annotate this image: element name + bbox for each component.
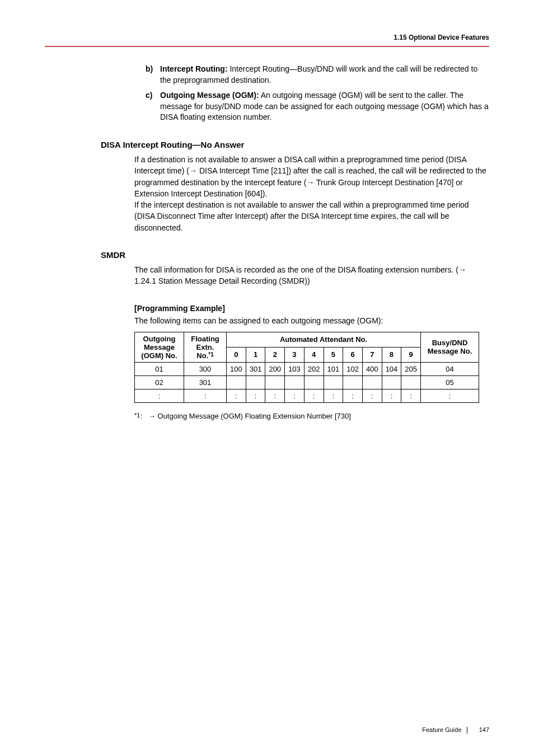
- td-aa: [324, 375, 343, 389]
- td-aa: [362, 375, 382, 389]
- td-aa: 103: [285, 362, 305, 375]
- list-marker-b: b): [146, 64, 160, 86]
- ogm-table: Outgoing Message (OGM) No. Floating Extn…: [134, 332, 479, 403]
- body-smdr: The call information for DISA is recorde…: [134, 264, 489, 287]
- td-aa: 202: [304, 362, 324, 375]
- prog-title: [Programming Example]: [134, 304, 489, 313]
- td-aa: :: [362, 389, 382, 402]
- list-text-c: Outgoing Message (OGM): An outgoing mess…: [160, 90, 489, 123]
- list-item-c: c) Outgoing Message (OGM): An outgoing m…: [146, 90, 489, 123]
- td-aa: [304, 375, 324, 389]
- list-label-b: Intercept Routing:: [160, 64, 228, 73]
- footnote-colon: :: [140, 412, 142, 420]
- td-aa: :: [227, 389, 246, 402]
- td-ext: 300: [184, 362, 227, 375]
- td-aa: 301: [246, 362, 265, 375]
- page-footer: Feature Guide 147: [422, 726, 489, 734]
- heading-intercept: DISA Intercept Routing—No Answer: [101, 140, 489, 149]
- td-aa: 104: [382, 362, 401, 375]
- td-bd: :: [421, 389, 479, 402]
- th-ext-no: Floating Extn. No.*1: [184, 332, 227, 362]
- td-aa: 200: [265, 362, 285, 375]
- arrow-icon: →: [306, 177, 314, 188]
- footnote-star: *1: [134, 412, 140, 419]
- th-aa: Automated Attendant No.: [227, 332, 421, 347]
- td-aa: :: [324, 389, 343, 402]
- td-aa: :: [246, 389, 265, 402]
- td-aa: [265, 375, 285, 389]
- td-aa: [343, 375, 363, 389]
- list-label-c: Outgoing Message (OGM):: [160, 91, 259, 100]
- th-bd: Busy/DND Message No.: [421, 332, 479, 362]
- footer-sep: [467, 727, 467, 734]
- td-aa: :: [343, 389, 363, 402]
- body-intercept: If a destination is not available to ans…: [134, 154, 489, 233]
- prog-sub: The following items can be assigned to e…: [134, 316, 489, 325]
- th-aa-0: 0: [227, 347, 246, 362]
- list-text-b: Intercept Routing: Intercept Routing—Bus…: [160, 64, 489, 86]
- list-marker-c: c): [146, 90, 160, 123]
- arrow-icon: →: [148, 412, 156, 420]
- th-aa-2: 2: [265, 347, 285, 362]
- td-bd: 04: [421, 362, 479, 375]
- intercept-t4: If the intercept destination is not avai…: [134, 200, 469, 232]
- programming-example: [Programming Example] The following item…: [134, 304, 489, 325]
- td-ogm: :: [135, 389, 184, 402]
- th-aa-3: 3: [285, 347, 305, 362]
- td-aa: 205: [401, 362, 421, 375]
- th-aa-1: 1: [246, 347, 265, 362]
- table-row: 01 300 100 301 200 103 202 101 102 400 1…: [135, 362, 479, 375]
- td-aa: :: [401, 389, 421, 402]
- th-ext-no-text: Floating Extn. No.: [191, 335, 219, 360]
- th-aa-7: 7: [362, 347, 382, 362]
- td-ogm: 01: [135, 362, 184, 375]
- td-aa: 100: [227, 362, 246, 375]
- th-ext-star: *1: [208, 351, 213, 358]
- header-divider: [45, 46, 489, 47]
- th-aa-8: 8: [382, 347, 401, 362]
- td-aa: 400: [362, 362, 382, 375]
- th-aa-4: 4: [304, 347, 324, 362]
- td-aa: :: [304, 389, 324, 402]
- td-aa: :: [382, 389, 401, 402]
- heading-smdr: SMDR: [101, 250, 489, 260]
- td-aa: [246, 375, 265, 389]
- th-aa-9: 9: [401, 347, 421, 362]
- footnote: *1: → Outgoing Message (OGM) Floating Ex…: [134, 412, 489, 420]
- footer-page: 147: [479, 726, 489, 733]
- td-ext: :: [184, 389, 227, 402]
- td-aa: [382, 375, 401, 389]
- arrow-icon: →: [189, 165, 197, 176]
- td-aa: 102: [343, 362, 363, 375]
- table-row: 02 301 05: [135, 375, 479, 389]
- td-aa: :: [285, 389, 305, 402]
- td-ext: 301: [184, 375, 227, 389]
- td-aa: [285, 375, 305, 389]
- td-aa: [401, 375, 421, 389]
- td-aa: :: [265, 389, 285, 402]
- th-aa-5: 5: [324, 347, 343, 362]
- td-aa: 101: [324, 362, 343, 375]
- table-row: : : : : : : : : : : : : :: [135, 389, 479, 402]
- th-aa-6: 6: [343, 347, 363, 362]
- smdr-t2: 1.24.1 Station Message Detail Recording …: [134, 276, 310, 285]
- footer-label: Feature Guide: [422, 726, 461, 733]
- list-block: b) Intercept Routing: Intercept Routing—…: [146, 64, 489, 123]
- arrow-icon: →: [458, 264, 466, 275]
- td-ogm: 02: [135, 375, 184, 389]
- th-ogm-no: Outgoing Message (OGM) No.: [135, 332, 184, 362]
- td-bd: 05: [421, 375, 479, 389]
- footnote-text: Outgoing Message (OGM) Floating Extensio…: [156, 412, 351, 420]
- td-aa: [227, 375, 246, 389]
- smdr-t1: The call information for DISA is recorde…: [134, 265, 458, 274]
- list-item-b: b) Intercept Routing: Intercept Routing—…: [146, 64, 489, 86]
- section-header: 1.15 Optional Device Features: [45, 34, 489, 41]
